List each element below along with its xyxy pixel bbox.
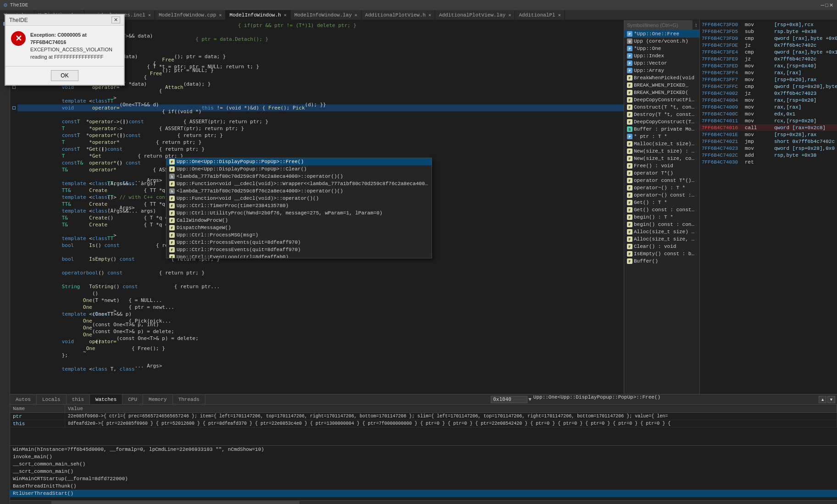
symbol-item-upp[interactable]: U Upp (core/vcont.h) — [624, 38, 699, 45]
tab-modelinfoh-close[interactable]: ✕ — [284, 12, 287, 18]
tab-additionalpl[interactable]: AdditionalPl ✕ — [515, 10, 565, 20]
debug-up-button[interactable]: ▲ — [819, 396, 826, 403]
symbol-item-new2[interactable]: F New(size_t size, const T& — [624, 155, 699, 162]
close-button[interactable]: ✕ — [829, 2, 833, 8]
ac-item[interactable]: F Upp::Function<void __cdecl(void)>::Wra… — [166, 180, 432, 187]
symbol-item-free2[interactable]: F Free() : void — [624, 162, 699, 170]
ac-item[interactable]: F Upp::One<Upp::DisplayPopup::PopUp>::Fr… — [166, 158, 432, 165]
call-stack-item[interactable]: BaseThreadInitThunk() — [10, 482, 837, 490]
horizontal-scrollbar[interactable] — [10, 500, 837, 504]
tab-residual-close[interactable]: ✕ — [148, 12, 151, 18]
symbol-item-optildeconst[interactable]: F operator~() const : cons — [624, 192, 699, 199]
maximize-button[interactable]: □ — [825, 2, 828, 8]
symbol-item-break1[interactable]: F BREAK_WHEN_PICKED_ — [624, 82, 699, 89]
symbol-item-opConstT[interactable]: F operator const T*() cons — [624, 177, 699, 184]
ac-item[interactable]: λ <lambda_777a1bf80c70d259c8f76c2a8eca40… — [166, 187, 432, 195]
tab-additionalplotlay-close[interactable]: ✕ — [508, 12, 511, 18]
debug-tab-locals[interactable]: Locals — [37, 394, 67, 404]
ac-item[interactable]: F Upp::Function<void __cdecl(void)>::ope… — [166, 195, 432, 202]
symbol-item-buffer[interactable]: S Buffer : private Moveabl — [624, 126, 699, 133]
ac-item[interactable]: F CallWindowProcW() — [166, 217, 432, 224]
ac-item[interactable]: F DispatchMessageW() — [166, 224, 432, 231]
debug-tab-cpu[interactable]: CPU — [122, 394, 143, 404]
error-ok-button[interactable]: OK — [51, 70, 78, 81]
symbol-sort-icon[interactable]: ↕ — [693, 22, 699, 28]
tab-additionalploth-close[interactable]: ✕ — [428, 12, 431, 18]
call-stack-item[interactable]: invoke_main() — [10, 453, 837, 460]
symbol-item-deepcopy[interactable]: F DeepCopyConstructFill( — [624, 96, 699, 104]
symbol-item-free[interactable]: P *Upp::One::Free — [624, 30, 699, 38]
ac-item[interactable]: F Upp::Ctrl::ProcessMSG(msg=) — [166, 231, 432, 239]
symbol-text: Construct(T *t, const T * — [634, 104, 697, 110]
symbol-item-vector[interactable]: P Upp::Vector — [624, 60, 699, 67]
call-stack-item[interactable]: __scrt_common_main() — [10, 468, 837, 475]
code-line: const T *operator->() const { ASSERT(ptr… — [17, 118, 624, 125]
debug-address-dropdown[interactable]: ▼ — [528, 397, 532, 402]
sym-icon: P — [627, 53, 632, 59]
ac-item[interactable]: F Upp::Ctrl::EventLoop(ctrl=8dfeaffab0) — [166, 253, 432, 258]
symbol-item-break2[interactable]: F BREAK_WHEN_PICKED( — [624, 89, 699, 96]
ac-item[interactable]: F Upp::Ctrl::ProcessEvents(quit=8dfeaff9… — [166, 246, 432, 253]
symbol-item-optilde[interactable]: F operator~() : T * — [624, 184, 699, 192]
symbol-item-construct[interactable]: F Construct(T *t, const T * — [624, 104, 699, 111]
symbol-item-index[interactable]: P Upp::Index — [624, 52, 699, 60]
symbol-item-array[interactable]: P Upp::Array — [624, 67, 699, 74]
tab-additionalploth[interactable]: AdditionalPlotView.h ✕ — [361, 10, 435, 20]
tab-additionalpl-close[interactable]: ✕ — [558, 12, 561, 18]
col-header-value: Value — [65, 405, 837, 412]
symbol-item-begin2[interactable]: F begin() const : const T * — [624, 221, 699, 228]
symbol-item-isempty[interactable]: F IsEmpty() const : bool — [624, 250, 699, 257]
call-stack-item-selected[interactable]: RtlUserThreadStart() — [10, 490, 837, 497]
symbol-item-get2[interactable]: F Get() const : const T * — [624, 206, 699, 214]
ac-icon: F — [169, 218, 175, 223]
sym-icon: F — [627, 251, 632, 257]
debug-tab-watches[interactable]: Watches — [90, 394, 122, 404]
title-bar: ⚙ TheIDE ─ □ ✕ — [0, 0, 837, 10]
debug-down-button[interactable]: ▼ — [827, 396, 835, 403]
tab-modelinfocpp[interactable]: ModelInfoWindow.cpp ✕ — [155, 10, 226, 20]
symbol-item-breakwhen[interactable]: F BreakWhenPicked(void — [624, 74, 699, 82]
ac-item[interactable]: F Upp::Ctrl::TimerProc(time=2384135780) — [166, 202, 432, 209]
symbol-search-input[interactable] — [624, 20, 693, 30]
call-stack-item[interactable]: WinMain(hInstance=7ff6b45d0000, __formal… — [10, 446, 837, 453]
debug-tab-this[interactable]: this — [67, 394, 90, 404]
symbol-item-alloc2[interactable]: F Alloc(size_t size, const T& — [624, 236, 699, 243]
symbol-panel: ↕ P *Upp::One::Free U Upp (core/vcont.h)… — [624, 20, 699, 394]
minimize-button[interactable]: ─ — [821, 2, 825, 8]
symbol-item-bufferctor[interactable]: F Buffer() — [624, 257, 699, 265]
disasm-line: 7FF6B4C7401Emov[rsp+0x28],rax — [700, 131, 837, 138]
ac-item[interactable]: F Upp::Ctrl::UtilityProc(hWnd=2b0f76, me… — [166, 209, 432, 217]
call-stack-item[interactable]: WinMainCRTStartup(__formal=8dfd722000) — [10, 475, 837, 482]
sym-icon: U — [627, 38, 632, 44]
symbol-item-clear[interactable]: F Clear() : void — [624, 243, 699, 250]
symbol-item-opT[interactable]: F operator T*() — [624, 170, 699, 177]
tab-modelinfocpp-close[interactable]: ✕ — [219, 12, 222, 18]
error-dialog-close-button[interactable]: ✕ — [111, 16, 120, 23]
code-line: void operator=(One<TT>&& d) { if((void *… — [17, 104, 624, 111]
ac-item[interactable]: λ <lambda_777a1bf80c70d259c8f76c2a8eca40… — [166, 173, 432, 180]
debug-address-input[interactable] — [491, 396, 527, 403]
ac-item[interactable]: F Upp::One<Upp::DisplayPopup::PopUp>::Cl… — [166, 165, 432, 173]
symbol-item-one[interactable]: P *Upp::One — [624, 45, 699, 52]
ac-item[interactable]: F Upp::Ctrl::ProcessEvents(quit=8dfeaff9… — [166, 239, 432, 246]
call-stack-item[interactable]: __scrt_common_main_seh() — [10, 460, 837, 468]
debug-row-this[interactable]: this 8dfeafd2e0->{ ptr=22e085f0960 } { p… — [10, 420, 837, 427]
symbol-item-deepcopy2[interactable]: F DeepCopyConstruct(T * — [624, 118, 699, 126]
tab-modelinfolay[interactable]: ModelInfoWindow.lay ✕ — [291, 10, 361, 20]
tab-additionalplotlay[interactable]: AdditionalPlotView.lay ✕ — [435, 10, 515, 20]
symbol-item-alloc1[interactable]: F Alloc(size_t size) : void — [624, 228, 699, 236]
debug-tab-memory[interactable]: Memory — [143, 394, 173, 404]
debug-tab-autos[interactable]: Autos — [10, 394, 37, 404]
tab-modelinfoh[interactable]: ModelInfoWindow.h ✕ — [226, 10, 290, 20]
symbol-item-begin1[interactable]: F begin() : T * — [624, 214, 699, 221]
code-line: T *operator*() { return ptr; } — [17, 139, 624, 146]
symbol-item-new1[interactable]: F New(size_t size) : void — [624, 148, 699, 155]
symbol-item-malloc[interactable]: F Malloc(size_t size) : void — [624, 140, 699, 148]
disasm-line: 7FF6B4C73FD9cmpqword [rax],byte +0x0 — [700, 35, 837, 42]
symbol-item-ptr[interactable]: P * ptr : T * — [624, 133, 699, 140]
symbol-item-get1[interactable]: F Get() : T * — [624, 199, 699, 206]
symbol-item-destroy[interactable]: F Destroy(T *t, const T *er — [624, 111, 699, 118]
debug-row-ptr[interactable]: ptr 22e085f0960->{ ctrl={ prec=656572465… — [10, 413, 837, 420]
tab-modelinfolay-close[interactable]: ✕ — [355, 12, 357, 18]
debug-tab-threads[interactable]: Threads — [173, 394, 205, 404]
